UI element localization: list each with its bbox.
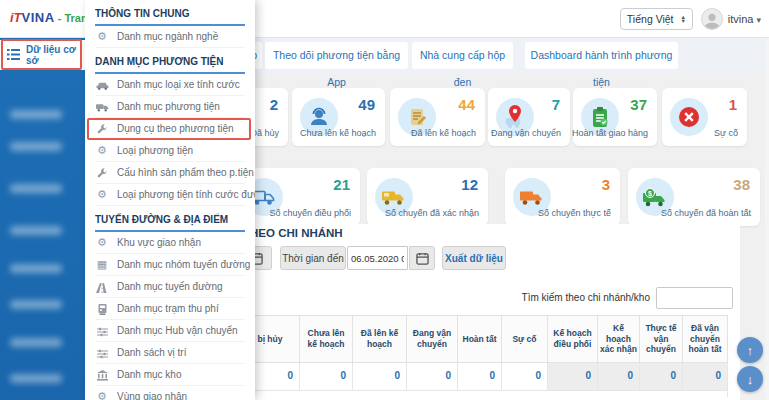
wrench-icon	[95, 122, 109, 135]
menu-item-loai-phuong-tien-tinh-cuoc[interactable]: ⚙ Loại phương tiện tính cước đường bộ	[95, 184, 245, 206]
table-row: 0 0 0 0 0 0 0 0 0 0	[205, 363, 728, 391]
col-header[interactable]: Hoàn tất	[458, 315, 502, 363]
svg-text:$: $	[648, 189, 652, 197]
col-header[interactable]: Thực tế vận chuyển	[640, 315, 683, 363]
col-header[interactable]: Chưa lên kế hoạch	[300, 315, 353, 363]
cogs-icon: ⚙	[95, 30, 109, 43]
cell: 0	[407, 363, 458, 391]
col-header[interactable]: Kế hoạch điều phối	[548, 315, 598, 363]
date-to-input[interactable]	[347, 246, 408, 270]
menu-item-hub-van-chuyen[interactable]: Danh mục Hub vận chuyển	[95, 320, 245, 342]
cell: 0	[683, 363, 728, 391]
menu-item-label: Danh mục kho	[117, 369, 181, 380]
sidebar-item-blurred[interactable]	[10, 264, 62, 273]
menu-item-label: Loại phương tiện	[117, 145, 193, 156]
sidebar-item-blurred[interactable]	[10, 300, 62, 309]
sidebar-item-blurred[interactable]	[10, 226, 62, 235]
sidebar-item-blurred[interactable]	[10, 110, 62, 119]
truck-icon	[95, 101, 109, 113]
menu-item-danh-muc-phuong-tien[interactable]: Danh mục phương tiện	[95, 96, 245, 118]
stat-value: 3	[602, 176, 610, 193]
cell: 0	[300, 363, 353, 391]
menu-item-khu-vuc-giao-nhan[interactable]: ⚙ Khu vực giao nhận	[95, 232, 245, 254]
stat-label: Đã lên kế hoạch	[411, 128, 476, 138]
cogs-icon: ⚙	[95, 144, 109, 157]
menu-item-loai-phuong-tien[interactable]: ⚙ Loại phương tiện	[95, 140, 245, 162]
table-next-row-partial	[205, 391, 728, 397]
avatar[interactable]	[701, 8, 723, 30]
menu-item-danh-sach-vi-tri[interactable]: Danh sách vị trí	[95, 342, 245, 364]
menu-item-dung-cu-theo-phuong-tien[interactable]: Dụng cụ theo phương tiện	[95, 118, 245, 140]
section-title: THEO CHI NHÁNH	[243, 227, 343, 239]
cell: 0	[640, 363, 683, 391]
branch-table: Yêu cầu bị hủy Chưa lên kế hoạch Đã lên …	[205, 315, 728, 397]
stat-card-su-co: 1 Sự cố	[662, 88, 747, 146]
stat-label: Đang vận chuyển	[491, 128, 561, 138]
cell: 0	[458, 363, 502, 391]
stat-value: 7	[552, 96, 560, 113]
stat-label: Số chuyến đã hoàn tất	[661, 208, 751, 218]
sidebar-item-du-lieu-co-so[interactable]: Dữ liệu cơ sở	[0, 40, 85, 70]
stat-card-da-len-ke-hoach: 44 Đã lên kế hoạch	[390, 88, 485, 146]
time-to-label: Thời gian đến	[280, 246, 346, 270]
sidebar-item-blurred[interactable]	[10, 184, 62, 193]
cell: 0	[598, 363, 640, 391]
stat-card-chua-len-ke-hoach: 49 Chưa lên kế hoạch	[292, 88, 385, 146]
menu-item-vung-giao-nhan[interactable]: ⚙ Vùng giao nhận	[95, 386, 245, 400]
menu-item-nhom-tuyen-duong[interactable]: ▦ Danh mục nhóm tuyến đường	[95, 254, 245, 276]
table-header-row: Yêu cầu bị hủy Chưa lên kế hoạch Đã lên …	[205, 315, 728, 363]
menu-item-label: Danh mục phương tiện	[117, 101, 220, 112]
stat-value: 44	[458, 96, 475, 113]
logo-secondary: VINA	[22, 10, 55, 25]
tab-dashboard-hanh-trinh[interactable]: Dashboard hành trình phương tiện	[525, 42, 678, 69]
cogs-icon: ⚙	[95, 390, 109, 400]
menu-item-label: Danh sách vị trí	[117, 347, 186, 358]
sidebar-item-blurred[interactable]	[10, 374, 62, 383]
stat-value: 12	[461, 176, 478, 193]
stat-card-dang-van-chuyen: 7 Đang vận chuyển	[488, 88, 570, 146]
tab-nha-cung-cap[interactable]: Nhà cung cấp hộp đen	[412, 42, 513, 69]
scrollbar-track[interactable]	[765, 38, 769, 400]
menu-item-label: Danh mục nhóm tuyến đường	[117, 259, 250, 270]
menu-item-tram-thu-phi[interactable]: Danh mục trạm thu phí	[95, 298, 245, 320]
scroll-down-button[interactable]: ↓	[737, 366, 763, 392]
col-header[interactable]: Đã vận chuyển hoàn tất	[683, 315, 728, 363]
cogs-icon: ⚙	[95, 236, 109, 249]
stat-card-so-chuyen-thuc-te: 3 Số chuyến thực tế	[505, 168, 620, 226]
language-select[interactable]: Tiếng Việt ▲▼	[620, 8, 693, 30]
menu-section-title: TUYẾN ĐƯỜNG & ĐỊA ĐIỂM	[95, 206, 245, 232]
menu-item-danh-muc-kho[interactable]: Danh mục kho	[95, 364, 245, 386]
menu-item-label: Danh mục trạm thu phí	[117, 303, 219, 314]
user-menu[interactable]: itvina ▾	[728, 13, 761, 25]
col-header[interactable]: Đã lên kế hoạch	[353, 315, 407, 363]
sidebar-item-blurred[interactable]	[10, 338, 62, 347]
table-icon: ▦	[95, 258, 109, 271]
stat-card-hoan-tat-giao-hang: 37 Hoàn tất giao hàng	[573, 88, 657, 146]
menu-item-label: Danh mục ngành nghề	[117, 31, 218, 42]
branch-search-input[interactable]	[656, 287, 733, 309]
menu-item-cau-hinh-san-pham[interactable]: Cấu hình sản phẩm theo p.tiện	[95, 162, 245, 184]
menu-item-danh-muc-loai-xe-tinh-cuoc[interactable]: Danh mục loại xe tính cước	[95, 74, 245, 96]
col-header[interactable]: Đang vận chuyển	[407, 315, 458, 363]
stat-label: Số chuyến thực tế	[538, 208, 611, 218]
calendar-to-button[interactable]	[409, 246, 435, 270]
stat-value: 38	[733, 176, 750, 193]
menu-item-danh-muc-nganh-nghe[interactable]: ⚙ Danh mục ngành nghề	[95, 26, 245, 48]
stat-value: 2	[270, 96, 278, 113]
menu-item-tuyen-duong[interactable]: Danh mục tuyến đường	[95, 276, 245, 298]
tab-theo-doi-app[interactable]: Theo dõi phương tiện bằng App	[265, 42, 408, 69]
col-header[interactable]: Sự cố	[502, 315, 548, 363]
cell: 0	[353, 363, 407, 391]
sidebar-item-label: Dữ liệu cơ sở	[26, 44, 85, 66]
export-data-button[interactable]: Xuất dữ liệu	[442, 246, 506, 270]
scroll-up-button[interactable]: ↑	[737, 337, 763, 363]
road-icon	[95, 280, 109, 292]
select-stepper-icon: ▲▼	[681, 15, 686, 23]
stat-label: Sự cố	[714, 128, 738, 138]
sidebar-item-blurred[interactable]	[10, 142, 62, 151]
menu-item-label: Vùng giao nhận	[117, 391, 187, 400]
menu-item-label: Danh mục Hub vận chuyển	[117, 325, 238, 336]
chevron-down-icon: ▾	[756, 15, 761, 25]
search-label: Tìm kiếm theo chi nhánh/kho	[485, 292, 650, 303]
col-header[interactable]: Kế hoạch xác nhận	[598, 315, 640, 363]
